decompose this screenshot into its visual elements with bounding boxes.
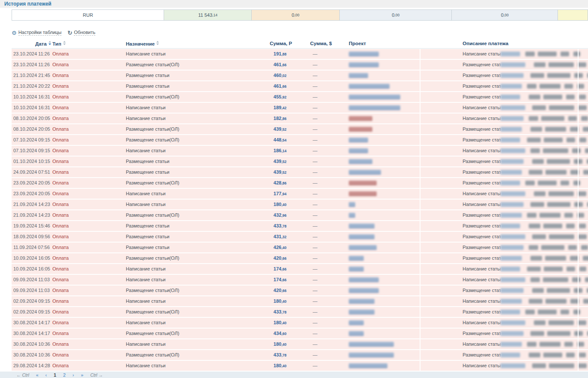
blurred-text xyxy=(549,234,574,239)
project-link[interactable] xyxy=(349,234,375,240)
cell-date: 07.10.2024 09:15 xyxy=(13,137,50,142)
table-body: 23.10.2024 11:26 Оплата Написание статьи… xyxy=(12,49,588,372)
project-link[interactable] xyxy=(349,116,372,122)
blurred-text xyxy=(500,202,524,207)
blurred-text xyxy=(500,331,524,336)
first-page-button[interactable]: « xyxy=(33,372,42,378)
cell-description: Написание статьи з xyxy=(463,363,588,368)
page-number-2[interactable]: 2 xyxy=(60,372,69,378)
project-link[interactable] xyxy=(349,138,368,143)
sort-arrows-icon xyxy=(156,41,159,45)
cell-sum-usd: — xyxy=(313,73,317,78)
blurred-project-name xyxy=(349,288,379,293)
blurred-text xyxy=(500,256,522,261)
prev-page-button[interactable]: ‹ xyxy=(42,372,51,378)
cell-purpose: Размещение статьи(ОЛ) xyxy=(126,288,179,293)
project-link[interactable] xyxy=(349,320,364,326)
project-link[interactable] xyxy=(349,191,377,197)
summary-amount-cell-5 xyxy=(558,10,588,20)
blurred-text xyxy=(564,342,573,347)
cell-date: 21.10.2024 20:22 xyxy=(13,83,50,89)
project-link[interactable] xyxy=(349,52,379,57)
sort-arrows-icon xyxy=(49,41,51,45)
cell-sum-usd: — xyxy=(313,309,317,314)
cell-date: 24.09.2024 07:51 xyxy=(13,169,50,175)
blurred-text xyxy=(573,181,580,185)
cell-sum-usd: — xyxy=(313,126,317,132)
cell-sum-usd: — xyxy=(313,255,317,261)
project-link[interactable] xyxy=(349,159,372,165)
cell-type: Оплата xyxy=(52,288,69,293)
project-link[interactable] xyxy=(349,342,394,347)
column-header-3[interactable]: Назначение xyxy=(126,41,159,46)
project-link[interactable] xyxy=(349,299,375,304)
page-number-1[interactable]: 1 xyxy=(50,372,60,378)
project-link[interactable] xyxy=(349,148,368,154)
cell-sum-rub: 186,14 xyxy=(241,148,286,153)
table-settings-button[interactable]: ⚙ Настройки таблицы xyxy=(12,30,61,36)
project-link[interactable] xyxy=(349,256,364,261)
project-link[interactable] xyxy=(349,73,368,79)
blurred-project-name xyxy=(349,191,377,196)
cell-date: 29.08.2024 14:28 xyxy=(13,363,50,368)
column-header-5: Сумма, $ xyxy=(310,41,332,46)
blurred-text xyxy=(543,95,562,99)
column-header-1[interactable]: Дата xyxy=(35,41,51,46)
blurred-text xyxy=(545,127,566,132)
blurred-text xyxy=(543,148,568,153)
column-header-4: Сумма, Р xyxy=(270,41,292,46)
cell-sum-usd: — xyxy=(313,234,317,239)
project-link[interactable] xyxy=(349,62,379,68)
project-link[interactable] xyxy=(349,105,400,111)
table-row: 02.09.2024 09:15 Оплата Размещение стать… xyxy=(12,307,588,317)
project-link[interactable] xyxy=(349,181,377,186)
cell-sum-usd: — xyxy=(313,320,317,325)
last-page-button[interactable]: » xyxy=(77,372,87,378)
project-link[interactable] xyxy=(349,353,394,358)
column-header-2[interactable]: Тип xyxy=(52,41,66,46)
currency-label: RUR xyxy=(83,12,93,18)
project-link[interactable] xyxy=(349,127,372,132)
table-row: 09.09.2024 11:03 Оплата Написание статьи… xyxy=(12,275,588,285)
refresh-label: Обновить xyxy=(74,30,95,36)
project-link[interactable] xyxy=(349,224,375,229)
cell-purpose: Размещение статьи xyxy=(126,73,169,78)
description-prefix: Размещение статьи xyxy=(463,169,500,175)
project-link[interactable] xyxy=(349,331,364,337)
project-link[interactable] xyxy=(349,170,381,175)
description-prefix: Написание статьи з xyxy=(463,320,500,325)
project-link[interactable] xyxy=(349,84,390,89)
cell-purpose: Размещение статьи(ОЛ) xyxy=(126,331,179,336)
cell-description: Написание статьи з xyxy=(463,51,580,56)
project-link[interactable] xyxy=(349,267,364,272)
refresh-button[interactable]: ↻ Обновить xyxy=(67,30,95,36)
cell-sum-rub: 180,40 xyxy=(241,341,286,347)
project-link[interactable] xyxy=(349,363,387,369)
blurred-text xyxy=(572,277,581,282)
blurred-project-name xyxy=(349,116,372,121)
cell-purpose: Размещение статьи(ОЛ) xyxy=(126,126,179,132)
cell-sum-usd: — xyxy=(313,277,317,282)
cell-sum-rub: 448,54 xyxy=(241,137,286,142)
column-header-6: Проект xyxy=(349,41,366,46)
cell-sum-rub: 433,78 xyxy=(241,309,286,314)
blurred-text xyxy=(500,73,524,78)
project-link[interactable] xyxy=(349,310,375,315)
blurred-text xyxy=(500,299,522,304)
project-link[interactable] xyxy=(349,95,400,100)
project-link[interactable] xyxy=(349,288,379,294)
project-link[interactable] xyxy=(349,277,379,283)
next-page-button[interactable]: › xyxy=(69,372,78,378)
cell-type: Оплата xyxy=(52,116,69,121)
cell-sum-rub: 174,66 xyxy=(241,277,286,282)
project-link[interactable] xyxy=(349,213,355,218)
project-link[interactable] xyxy=(349,245,377,251)
blurred-project-name xyxy=(349,342,394,347)
cell-sum-rub: 182,86 xyxy=(241,116,286,121)
blurred-text xyxy=(544,267,563,271)
cell-sum-usd: — xyxy=(313,363,317,368)
description-prefix: Написание статьи з xyxy=(463,298,500,304)
cell-sum-usd: — xyxy=(313,83,317,89)
blurred-text xyxy=(529,224,540,228)
project-link[interactable] xyxy=(349,202,355,208)
